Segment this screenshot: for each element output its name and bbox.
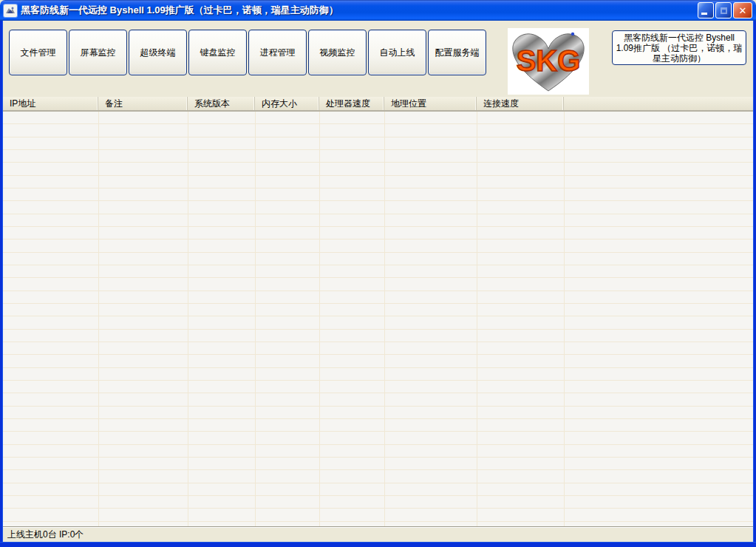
column-header-ip-address[interactable]: IP地址 xyxy=(3,97,98,110)
skg-logo: SKG xyxy=(508,28,589,95)
table-row xyxy=(3,432,753,444)
skg-heart-icon: SKG xyxy=(508,28,589,95)
toolbar-button-screen-monitor[interactable]: 屏幕监控 xyxy=(69,30,127,75)
table-row xyxy=(3,265,753,278)
title-bar[interactable]: 黑客防线新一代远控 Byshell 1.09推广版（过卡巴，诺顿，瑞星主动防御）… xyxy=(0,0,756,21)
table-row xyxy=(3,188,753,201)
table-row xyxy=(3,137,753,150)
table-row xyxy=(3,393,753,406)
table-row xyxy=(3,342,753,355)
toolbar-button-video-monitor[interactable]: 视频监控 xyxy=(308,30,367,75)
column-header-connection-speed[interactable]: 连接速度 xyxy=(477,97,564,110)
table-row xyxy=(3,316,753,329)
table-body[interactable] xyxy=(3,112,753,526)
table-row xyxy=(3,445,753,458)
maximize-icon xyxy=(721,7,727,14)
toolbar-button-super-terminal[interactable]: 超级终端 xyxy=(129,30,187,75)
table-row xyxy=(3,227,753,239)
column-divider xyxy=(319,112,320,526)
table-row xyxy=(3,163,753,175)
window-controls: ✕ xyxy=(698,2,752,18)
app-window: 黑客防线新一代远控 Byshell 1.09推广版（过卡巴，诺顿，瑞星主动防御）… xyxy=(0,0,756,547)
window-frame-bottom xyxy=(0,542,756,547)
table-row xyxy=(3,355,753,367)
column-divider xyxy=(564,112,565,526)
table-row xyxy=(3,509,753,521)
toolbar-button-keyboard-monitor[interactable]: 键盘监控 xyxy=(188,30,247,75)
toolbar-button-process-manager[interactable]: 进程管理 xyxy=(248,30,307,75)
table-row xyxy=(3,112,753,124)
toolbar-button-file-manager[interactable]: 文件管理 xyxy=(9,30,67,75)
table-row xyxy=(3,330,753,342)
toolbar-button-configure-server[interactable]: 配置服务端 xyxy=(428,30,486,75)
table-row xyxy=(3,201,753,214)
column-header-location[interactable]: 地理位置 xyxy=(384,97,477,110)
table-row xyxy=(3,239,753,252)
toolbar: 文件管理 屏幕监控 超级终端 键盘监控 进程管理 视频监控 自动上线 配置服务端 xyxy=(9,30,486,75)
table-row xyxy=(3,419,753,432)
table-header: IP地址 备注 系统版本 内存大小 处理器速度 地理位置 连接速度 xyxy=(3,97,753,112)
table-row xyxy=(3,368,753,381)
table-row xyxy=(3,176,753,188)
table-row xyxy=(3,253,753,265)
minimize-button[interactable] xyxy=(698,2,714,18)
minimize-icon xyxy=(701,13,707,15)
table-row xyxy=(3,150,753,163)
toolbar-button-auto-online[interactable]: 自动上线 xyxy=(368,30,426,75)
table-row xyxy=(3,291,753,304)
column-header-memory-size[interactable]: 内存大小 xyxy=(255,97,319,110)
skg-logo-text: SKG xyxy=(517,44,581,77)
column-header-remark[interactable]: 备注 xyxy=(98,97,188,110)
column-divider xyxy=(98,112,99,526)
maximize-button[interactable] xyxy=(715,2,732,18)
column-divider xyxy=(255,112,256,526)
version-info-box: 黑客防线新一代远控 Byshell 1.09推广版 （过卡巴，诺顿，瑞星主动防御… xyxy=(612,30,746,65)
close-icon: ✕ xyxy=(739,6,747,16)
table-row xyxy=(3,381,753,393)
status-text: 上线主机0台 IP:0个 xyxy=(7,529,84,541)
column-divider xyxy=(384,112,385,526)
app-icon[interactable] xyxy=(4,4,17,17)
column-divider xyxy=(477,112,477,526)
table-row xyxy=(3,278,753,291)
app-icon-glyph xyxy=(5,6,16,16)
table-row xyxy=(3,483,753,496)
column-header-cpu-speed[interactable]: 处理器速度 xyxy=(319,97,384,110)
table-row xyxy=(3,124,753,137)
window-frame-left xyxy=(0,21,3,547)
column-header-empty[interactable] xyxy=(564,97,753,110)
table-row xyxy=(3,214,753,227)
table-row xyxy=(3,496,753,509)
column-divider xyxy=(188,112,188,526)
table-row xyxy=(3,407,753,419)
status-bar: 上线主机0台 IP:0个 xyxy=(3,526,753,542)
window-frame-right xyxy=(753,21,756,547)
column-header-os-version[interactable]: 系统版本 xyxy=(188,97,255,110)
close-button[interactable]: ✕ xyxy=(733,2,752,18)
table-row xyxy=(3,304,753,316)
table-row xyxy=(3,458,753,470)
table-row xyxy=(3,470,753,483)
window-title: 黑客防线新一代远控 Byshell 1.09推广版（过卡巴，诺顿，瑞星主动防御） xyxy=(21,4,698,17)
